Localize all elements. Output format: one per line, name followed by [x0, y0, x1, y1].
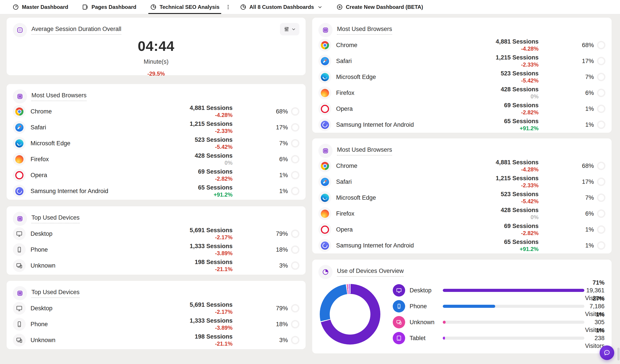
percent-value: 7% — [232, 140, 288, 147]
selection-ring[interactable] — [597, 57, 605, 65]
card-use-of-devices-overview: Use of Devices Overview Desktop 71% 19,3… — [312, 260, 612, 353]
selection-ring[interactable] — [291, 123, 299, 132]
sliders-icon — [283, 26, 290, 32]
card-most-used-browsers-3: Most Used Browsers Chrome 4,881 Sessions… — [312, 138, 612, 253]
row-avatar — [13, 243, 26, 256]
row-name: Firefox — [336, 90, 355, 96]
sessions-value: 1,215 Sessions — [459, 175, 539, 182]
list-widget-icon — [13, 286, 27, 300]
list-item: Firefox 428 Sessions 0% 6% — [318, 85, 605, 101]
plus-circle-icon — [336, 4, 343, 10]
legend-bar-track — [443, 289, 584, 292]
selection-ring[interactable] — [291, 261, 299, 270]
row-avatar — [13, 318, 26, 331]
card-title: Most Used Browsers — [31, 92, 87, 101]
legend-device-icon — [393, 300, 405, 312]
tab-label: Create New Dashboard (BETA) — [346, 4, 423, 10]
widget-settings-button[interactable] — [280, 23, 299, 35]
browser-device-logo-icon — [321, 73, 329, 81]
selection-ring[interactable] — [291, 171, 299, 179]
selection-ring[interactable] — [597, 178, 605, 186]
tab-all-custom-dashboards[interactable]: All 8 Custom Dashboards — [240, 0, 323, 14]
sessions-value: 523 Sessions — [153, 136, 232, 143]
browser-device-logo-icon — [321, 242, 329, 250]
row-name: Samsung Internet for Android — [336, 242, 414, 249]
list-item: Microsoft Edge 523 Sessions -5.42% 7% — [13, 135, 299, 151]
sessions-value: 65 Sessions — [459, 118, 539, 125]
devices-legend: Desktop 71% 19,361 Visitors Phone 27% 7,… — [393, 284, 605, 345]
list-item: Microsoft Edge 523 Sessions -5.42% 7% — [318, 190, 605, 206]
browser-device-logo-icon — [321, 57, 329, 65]
list-item: Opera 69 Sessions -2.82% 1% — [318, 222, 605, 238]
row-avatar — [318, 102, 331, 115]
percent-value: 68% — [539, 42, 594, 49]
browser-list: Chrome 4,881 Sessions -4.28% 68% Safari … — [318, 158, 605, 253]
devices-donut-chart — [320, 284, 380, 345]
list-item: Phone 1,333 Sessions -3.89% 18% — [13, 242, 299, 258]
delta-value: -4.28% — [153, 111, 232, 119]
kebab-menu-icon[interactable] — [225, 0, 231, 14]
browser-device-logo-icon — [321, 89, 329, 97]
selection-ring[interactable] — [291, 320, 299, 328]
sessions-value: 4,881 Sessions — [153, 104, 232, 111]
session-duration-delta: -29.5% — [13, 71, 299, 77]
selection-ring[interactable] — [597, 121, 605, 129]
selection-ring[interactable] — [291, 336, 299, 344]
selection-ring[interactable] — [597, 41, 605, 49]
selection-ring[interactable] — [291, 229, 299, 238]
sessions-value: 198 Sessions — [153, 333, 232, 340]
selection-ring[interactable] — [597, 209, 605, 218]
sessions-value: 69 Sessions — [459, 102, 539, 109]
scrollbar-thumb[interactable] — [617, 348, 620, 361]
percent-value: 79% — [232, 305, 288, 312]
row-name: Opera — [31, 172, 47, 179]
browser-device-logo-icon — [15, 155, 23, 163]
selection-ring[interactable] — [597, 162, 605, 170]
delta-value: -5.42% — [153, 143, 232, 150]
list-widget-icon — [318, 23, 333, 37]
selection-ring[interactable] — [597, 73, 605, 81]
delta-value: +91.2% — [153, 191, 232, 198]
row-avatar — [318, 239, 331, 252]
row-name: Microsoft Edge — [336, 194, 376, 201]
selection-ring[interactable] — [291, 155, 299, 163]
legend-label: Phone — [410, 303, 443, 310]
pie-chart-icon — [318, 265, 333, 279]
delta-value: -2.17% — [153, 308, 232, 315]
chat-support-button[interactable] — [600, 345, 614, 360]
gauge-icon — [12, 4, 19, 10]
row-name: Microsoft Edge — [31, 140, 70, 147]
selection-ring[interactable] — [597, 241, 605, 250]
selection-ring[interactable] — [291, 107, 299, 116]
row-avatar — [13, 334, 26, 347]
percent-value: 6% — [539, 210, 594, 217]
browser-device-logo-icon — [321, 41, 329, 49]
list-item: Chrome 4,881 Sessions -4.28% 68% — [13, 104, 299, 120]
legend-label: Unknown — [410, 319, 443, 326]
tab-technical-seo-analysis[interactable]: Technical SEO Analysis — [150, 0, 219, 14]
selection-ring[interactable] — [597, 89, 605, 97]
row-name: Desktop — [31, 230, 52, 237]
row-avatar — [318, 159, 331, 172]
tab-master-dashboard[interactable]: Master Dashboard — [12, 0, 68, 14]
selection-ring[interactable] — [291, 139, 299, 148]
selection-ring[interactable] — [291, 187, 299, 195]
selection-ring[interactable] — [291, 304, 299, 312]
selection-ring[interactable] — [597, 194, 605, 202]
row-avatar — [13, 185, 26, 197]
browser-device-logo-icon — [15, 262, 23, 270]
selection-ring[interactable] — [291, 245, 299, 254]
delta-value: -2.33% — [459, 182, 539, 189]
tab-pages-dashboard[interactable]: Pages Dashboard — [82, 0, 136, 14]
card-average-session-duration: Average Session Duration Overall 04:44 M… — [7, 18, 306, 75]
browser-device-logo-icon — [15, 230, 23, 238]
list-item: Unknown 198 Sessions -21.1% 3% — [13, 332, 299, 348]
list-widget-icon — [318, 144, 333, 158]
selection-ring[interactable] — [597, 105, 605, 113]
legend-percent: 27% — [584, 295, 604, 303]
percent-value: 79% — [232, 230, 288, 237]
selection-ring[interactable] — [597, 225, 605, 234]
legend-bar-track — [443, 305, 584, 308]
tab-create-new-dashboard[interactable]: Create New Dashboard (BETA) — [336, 0, 423, 14]
legend-percent: 71% — [584, 279, 604, 287]
